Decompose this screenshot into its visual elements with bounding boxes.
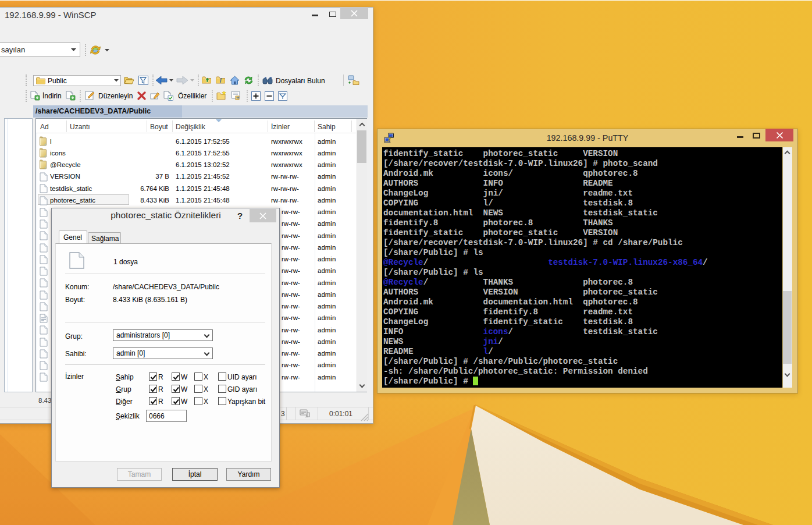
- svg-text:/: /: [220, 77, 222, 84]
